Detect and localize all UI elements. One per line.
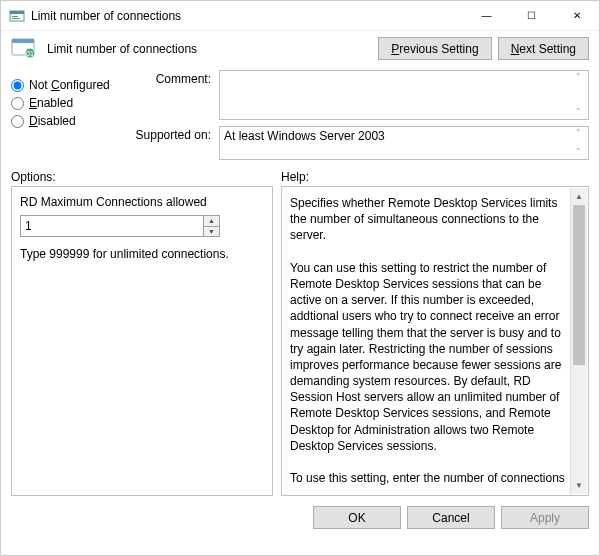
scroll-up-icon[interactable]: ˄: [571, 73, 586, 82]
dialog-footer: OK Cancel Apply: [1, 496, 599, 529]
comment-label: Comment:: [131, 70, 211, 120]
scroll-down-icon[interactable]: ▼: [571, 477, 587, 494]
app-icon: [9, 8, 25, 24]
ok-button[interactable]: OK: [313, 506, 401, 529]
window-title: Limit number of connections: [31, 9, 464, 23]
help-label: Help:: [281, 170, 309, 184]
policy-icon: 01: [11, 38, 39, 60]
options-pane: RD Maximum Connections allowed ▲ ▼ Type …: [11, 186, 273, 496]
spinner-up-icon[interactable]: ▲: [204, 216, 219, 227]
radio-not-configured[interactable]: Not Configured: [11, 78, 121, 92]
option-hint: Type 999999 for unlimited connections.: [20, 247, 264, 261]
radio-enabled-input[interactable]: [11, 97, 24, 110]
svg-text:01: 01: [26, 50, 34, 57]
section-labels: Options: Help:: [1, 164, 599, 186]
max-connections-spinner[interactable]: ▲ ▼: [20, 215, 220, 237]
help-text: Specifies whether Remote Desktop Service…: [290, 195, 568, 487]
previous-setting-button[interactable]: Previous Setting: [378, 37, 491, 60]
radio-disabled[interactable]: Disabled: [11, 114, 121, 128]
header-row: 01 Limit number of connections Previous …: [1, 31, 599, 66]
radio-not-configured-input[interactable]: [11, 79, 24, 92]
maximize-button[interactable]: ☐: [509, 1, 554, 30]
help-pane: Specifies whether Remote Desktop Service…: [281, 186, 589, 496]
window-controls: — ☐ ✕: [464, 1, 599, 30]
state-radios: Not Configured Enabled Disabled: [11, 70, 121, 160]
options-label: Options:: [11, 170, 281, 184]
spinner-down-icon[interactable]: ▼: [204, 227, 219, 237]
svg-rect-5: [12, 39, 34, 43]
svg-rect-2: [12, 16, 18, 17]
minimize-button[interactable]: —: [464, 1, 509, 30]
lower-area: RD Maximum Connections allowed ▲ ▼ Type …: [1, 186, 599, 496]
svg-rect-1: [10, 11, 24, 14]
radio-enabled[interactable]: Enabled: [11, 96, 121, 110]
scroll-down-icon[interactable]: ˅: [571, 108, 586, 117]
titlebar: Limit number of connections — ☐ ✕: [1, 1, 599, 31]
scroll-track[interactable]: [571, 205, 587, 477]
max-connections-input[interactable]: [21, 216, 203, 236]
scroll-thumb[interactable]: [573, 205, 585, 365]
help-scrollbar[interactable]: ▲ ▼: [570, 188, 587, 494]
scroll-up-icon[interactable]: ˄: [571, 129, 586, 138]
supported-on-field: At least Windows Server 2003 ˄ ˅: [219, 126, 589, 160]
cancel-button[interactable]: Cancel: [407, 506, 495, 529]
option-subhead: RD Maximum Connections allowed: [20, 195, 264, 209]
next-setting-button[interactable]: Next Setting: [498, 37, 589, 60]
radio-disabled-input[interactable]: [11, 115, 24, 128]
upper-area: Not Configured Enabled Disabled Comment:…: [1, 66, 599, 164]
scroll-down-icon[interactable]: ˅: [571, 148, 586, 157]
comment-field[interactable]: ˄ ˅: [219, 70, 589, 120]
svg-rect-3: [12, 18, 20, 19]
close-button[interactable]: ✕: [554, 1, 599, 30]
supported-on-value: At least Windows Server 2003: [224, 129, 385, 143]
scroll-up-icon[interactable]: ▲: [571, 188, 587, 205]
supported-on-label: Supported on:: [131, 126, 211, 160]
policy-title: Limit number of connections: [47, 42, 370, 56]
apply-button[interactable]: Apply: [501, 506, 589, 529]
